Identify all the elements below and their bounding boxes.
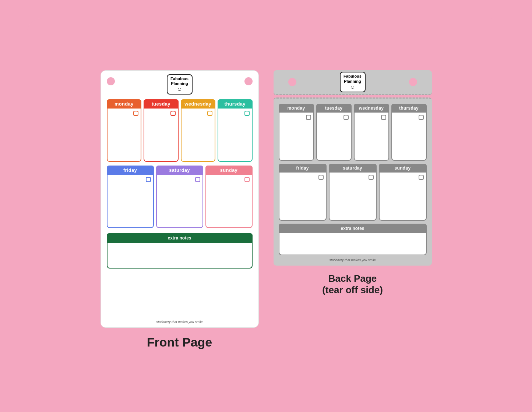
right-hole xyxy=(244,77,253,85)
back-day-card-monday: monday xyxy=(279,104,314,161)
back-page-label-main: Back Page xyxy=(322,273,383,284)
back-sunday-header: sunday xyxy=(379,164,427,173)
saturday-header: saturday xyxy=(156,166,203,175)
logo-line2: Planning xyxy=(170,81,189,86)
back-wednesday-body xyxy=(354,113,389,161)
back-right-hole xyxy=(409,78,417,86)
front-page-label: Front Page xyxy=(147,335,212,349)
day-card-monday: monday xyxy=(107,99,142,162)
logo-icon: ☺ xyxy=(170,86,189,92)
back-monday-tab xyxy=(306,115,311,120)
days-grid-top: monday tuesday wednesday xyxy=(107,99,253,162)
saturday-body xyxy=(156,175,203,228)
day-card-tuesday: tuesday xyxy=(144,99,179,162)
back-monday-body xyxy=(279,113,314,161)
back-extra-notes-header: extra notes xyxy=(279,224,427,233)
tuesday-header: tuesday xyxy=(144,99,179,109)
front-logo: Fabulous Planning ☺ xyxy=(167,74,193,95)
front-extra-notes-header: extra notes xyxy=(107,233,253,243)
back-thursday-body xyxy=(391,113,427,161)
back-page-section: Fabulous Planning ☺ monday xyxy=(274,70,432,296)
back-day-card-saturday: saturday xyxy=(329,164,377,221)
main-container: Fabulous Planning ☺ monday tuesday xyxy=(27,18,505,394)
friday-header: friday xyxy=(107,166,154,175)
back-main: monday tuesday wednesday xyxy=(274,97,432,266)
sunday-header: sunday xyxy=(205,166,253,175)
back-top-strip: Fabulous Planning ☺ xyxy=(274,70,432,95)
day-card-sunday: sunday xyxy=(205,166,253,228)
back-footer: stationery that makes you smile xyxy=(279,258,427,262)
back-saturday-body xyxy=(329,173,377,221)
wednesday-tab xyxy=(207,111,212,116)
thursday-body xyxy=(218,109,253,162)
back-wednesday-tab xyxy=(381,115,386,120)
front-footer: stationery that makes you smile xyxy=(156,319,202,324)
sunday-tab xyxy=(244,177,250,182)
back-saturday-tab xyxy=(369,175,374,180)
saturday-tab xyxy=(195,177,200,182)
back-tuesday-tab xyxy=(343,115,349,120)
back-extra-notes-body xyxy=(279,233,427,255)
tuesday-tab xyxy=(170,111,176,116)
back-wednesday-header: wednesday xyxy=(354,104,389,113)
day-card-wednesday: wednesday xyxy=(181,99,216,162)
monday-tab xyxy=(133,111,138,116)
thursday-header: thursday xyxy=(218,99,253,109)
sunday-body xyxy=(205,175,253,228)
left-hole xyxy=(107,77,115,85)
tuesday-body xyxy=(144,109,179,162)
back-days-grid-bottom: friday saturday sunday xyxy=(279,164,427,221)
back-day-card-tuesday: tuesday xyxy=(316,104,352,161)
back-page-label: Back Page (tear off side) xyxy=(322,273,383,296)
back-page-label-sub: (tear off side) xyxy=(322,284,383,296)
front-page-header: Fabulous Planning ☺ xyxy=(107,77,253,92)
back-friday-body xyxy=(279,173,327,221)
back-friday-header: friday xyxy=(279,164,327,173)
monday-header: monday xyxy=(107,99,142,109)
day-card-saturday: saturday xyxy=(156,166,203,228)
back-thursday-header: thursday xyxy=(391,104,427,113)
front-extra-notes-body xyxy=(107,243,253,269)
day-card-friday: friday xyxy=(107,166,154,228)
back-sunday-tab xyxy=(419,175,424,180)
front-page: Fabulous Planning ☺ monday tuesday xyxy=(101,70,259,328)
back-top-holes xyxy=(274,78,432,86)
back-days-grid-top: monday tuesday wednesday xyxy=(279,104,427,161)
back-tuesday-header: tuesday xyxy=(316,104,352,113)
back-saturday-header: saturday xyxy=(329,164,377,173)
back-extra-notes: extra notes xyxy=(279,224,427,255)
thursday-tab xyxy=(244,111,250,116)
days-grid-bottom: friday saturday sunday xyxy=(107,166,253,228)
monday-body xyxy=(107,109,142,162)
back-page-wrapper: Fabulous Planning ☺ monday xyxy=(274,70,432,266)
back-left-hole xyxy=(288,78,296,86)
back-monday-header: monday xyxy=(279,104,314,113)
wednesday-header: wednesday xyxy=(181,99,216,109)
friday-tab xyxy=(146,177,151,182)
logo-line1: Fabulous xyxy=(170,77,189,81)
wednesday-body xyxy=(181,109,216,162)
back-friday-tab xyxy=(318,175,324,180)
back-day-card-friday: friday xyxy=(279,164,327,221)
back-day-card-wednesday: wednesday xyxy=(354,104,389,161)
back-thursday-tab xyxy=(419,115,424,120)
day-card-thursday: thursday xyxy=(218,99,253,162)
front-page-section: Fabulous Planning ☺ monday tuesday xyxy=(101,70,259,349)
pages-row: Fabulous Planning ☺ monday tuesday xyxy=(27,63,505,349)
back-tuesday-body xyxy=(316,113,352,161)
front-extra-notes: extra notes xyxy=(107,233,253,269)
back-day-card-thursday: thursday xyxy=(391,104,427,161)
friday-body xyxy=(107,175,154,228)
back-sunday-body xyxy=(379,173,427,221)
back-day-card-sunday: sunday xyxy=(379,164,427,221)
